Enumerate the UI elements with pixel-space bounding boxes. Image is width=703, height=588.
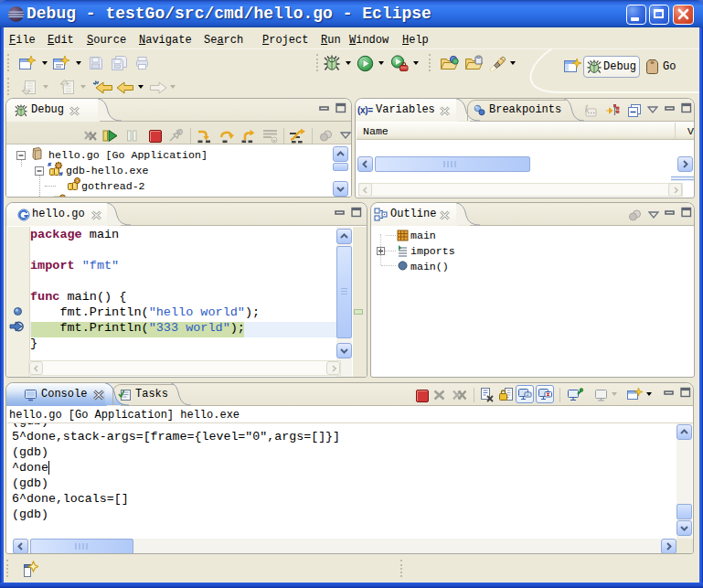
svg-text:(x)=: (x)= <box>357 105 373 115</box>
